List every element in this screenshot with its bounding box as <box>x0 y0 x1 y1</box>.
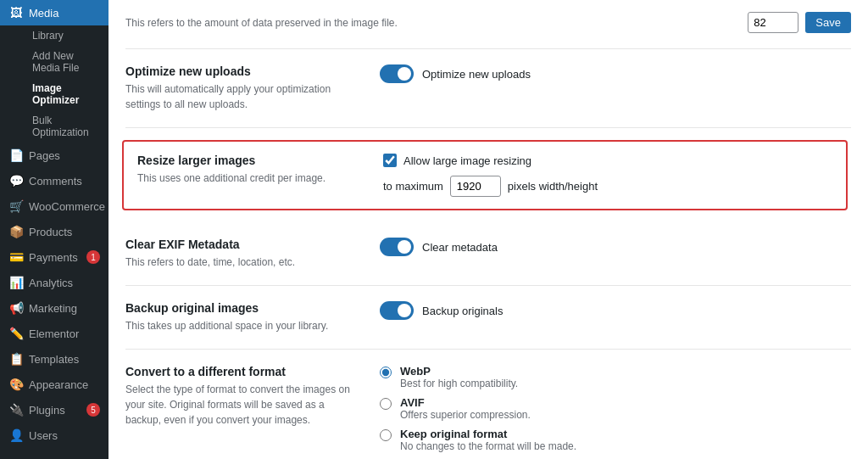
original-radio[interactable] <box>380 429 392 441</box>
sidebar-item-label: Templates <box>29 353 79 366</box>
sidebar-item-users[interactable]: 👤 Users <box>0 423 108 448</box>
top-section: This refers to the amount of data preser… <box>125 0 851 49</box>
exif-section: Clear EXIF Metadata This refers to date,… <box>125 222 851 286</box>
sidebar-item-library[interactable]: Library <box>24 25 108 46</box>
webp-radio[interactable] <box>380 367 392 378</box>
add-new-label: Add New Media File <box>32 50 100 74</box>
webp-option: WebP Best for high compatibility. <box>380 365 576 389</box>
backup-title: Backup original images <box>125 301 363 315</box>
sidebar-item-label: Appearance <box>29 378 88 391</box>
backup-right: Backup originals <box>380 301 851 320</box>
sidebar-item-analytics[interactable]: 📊 Analytics <box>0 270 108 295</box>
original-title: Keep original format <box>400 428 576 440</box>
optimize-toggle[interactable] <box>380 64 414 83</box>
format-section: Convert to a different format Select the… <box>125 350 851 459</box>
appearance-icon: 🎨 <box>8 378 24 391</box>
users-icon: 👤 <box>8 428 24 442</box>
bulk-optimization-label: Bulk Optimization <box>32 115 100 138</box>
payments-icon: 💳 <box>8 250 24 264</box>
analytics-icon: 📊 <box>8 276 24 289</box>
backup-section: Backup original images This takes up add… <box>125 286 851 350</box>
elementor-icon: ✏️ <box>8 327 24 340</box>
sidebar-item-bulk-optimization[interactable]: Bulk Optimization <box>24 110 108 143</box>
sidebar-item-label: Marketing <box>29 302 77 315</box>
format-radio-group: WebP Best for high compatibility. AVIF O… <box>380 365 576 452</box>
format-desc: Select the type of format to convert the… <box>125 382 363 428</box>
products-icon: 📦 <box>8 225 24 238</box>
marketing-icon: 📢 <box>8 301 24 315</box>
exif-desc: This refers to date, time, location, etc… <box>125 255 363 270</box>
format-title: Convert to a different format <box>125 365 363 378</box>
main-content: This refers to the amount of data preser… <box>108 0 868 459</box>
sidebar-item-woocommerce[interactable]: 🛒 WooCommerce <box>0 193 108 219</box>
original-sub: No changes to the format will be made. <box>400 440 576 452</box>
optimize-title: Optimize new uploads <box>125 64 363 78</box>
optimize-toggle-slider <box>380 64 414 83</box>
woocommerce-icon: 🛒 <box>8 199 24 213</box>
webp-title: WebP <box>400 365 518 378</box>
plugins-badge: 5 <box>86 403 100 417</box>
pixel-prefix: to maximum <box>383 180 443 193</box>
optimize-right: Optimize new uploads <box>380 64 851 83</box>
sidebar-item-label: Analytics <box>29 277 73 289</box>
backup-toggle-slider <box>380 301 414 320</box>
sidebar-item-elementor[interactable]: ✏️ Elementor <box>0 321 108 346</box>
sidebar-item-image-optimizer[interactable]: Image Optimizer <box>24 78 108 110</box>
optimize-uploads-section: Optimize new uploads This will automatic… <box>125 49 851 128</box>
resize-checkbox-label: Allow large image resizing <box>403 154 531 167</box>
sidebar: 🖼 Media Library Add New Media File Image… <box>0 0 108 459</box>
sidebar-item-products[interactable]: 📦 Products <box>0 219 108 244</box>
sidebar-item-label: Products <box>29 226 72 238</box>
sidebar-item-label: Plugins <box>29 404 65 417</box>
save-button[interactable]: Save <box>805 12 851 33</box>
comments-icon: 💬 <box>8 174 24 188</box>
plugins-icon: 🔌 <box>8 403 24 417</box>
exif-toggle[interactable] <box>380 238 414 256</box>
media-icon: 🖼 <box>8 6 24 20</box>
exif-title: Clear EXIF Metadata <box>125 238 363 251</box>
exif-toggle-slider <box>380 238 414 256</box>
sidebar-item-label: Users <box>29 429 58 442</box>
optimize-toggle-label: Optimize new uploads <box>422 68 531 81</box>
sidebar-item-media[interactable]: 🖼 Media <box>0 0 108 25</box>
sidebar-item-label: Comments <box>29 175 82 188</box>
sidebar-item-templates[interactable]: 📋 Templates <box>0 346 108 372</box>
resize-section-wrapper: Resize larger images This uses one addit… <box>125 128 851 222</box>
payments-badge: 1 <box>86 250 100 264</box>
backup-desc: This takes up additional space in your l… <box>125 318 363 333</box>
avif-title: AVIF <box>400 396 531 409</box>
exif-toggle-label: Clear metadata <box>422 241 498 254</box>
backup-left: Backup original images This takes up add… <box>125 301 363 333</box>
exif-left: Clear EXIF Metadata This refers to date,… <box>125 238 363 270</box>
format-left: Convert to a different format Select the… <box>125 365 363 428</box>
pixel-input[interactable] <box>450 176 501 197</box>
sidebar-item-add-new[interactable]: Add New Media File <box>24 46 108 78</box>
top-controls: Save <box>748 12 851 33</box>
library-label: Library <box>32 30 64 42</box>
avif-text: AVIF Offers superior compression. <box>400 396 531 421</box>
avif-radio[interactable] <box>380 398 392 410</box>
resize-box-inner: Resize larger images This uses one addit… <box>137 154 832 197</box>
sidebar-item-label: Elementor <box>29 327 79 340</box>
resize-left: Resize larger images This uses one addit… <box>137 154 366 186</box>
quality-input[interactable] <box>748 12 798 33</box>
sidebar-item-pages[interactable]: 📄 Pages <box>0 143 108 168</box>
sidebar-item-appearance[interactable]: 🎨 Appearance <box>0 372 108 397</box>
avif-sub: Offers superior compression. <box>400 409 531 421</box>
original-text: Keep original format No changes to the f… <box>400 428 576 452</box>
sidebar-item-label: Payments <box>29 251 78 264</box>
resize-box: Resize larger images This uses one addit… <box>122 140 848 210</box>
sidebar-item-comments[interactable]: 💬 Comments <box>0 168 108 193</box>
sidebar-item-plugins[interactable]: 🔌 Plugins 5 <box>0 397 108 423</box>
sidebar-item-label: WooCommerce <box>29 200 105 213</box>
sidebar-item-marketing[interactable]: 📢 Marketing <box>0 295 108 321</box>
backup-toggle[interactable] <box>380 301 414 320</box>
pixel-suffix: pixels width/height <box>508 180 598 193</box>
sidebar-item-label: Pages <box>29 149 60 162</box>
sidebar-item-payments[interactable]: 💳 Payments 1 <box>0 244 108 270</box>
backup-toggle-label: Backup originals <box>422 305 503 317</box>
webp-sub: Best for high compatibility. <box>400 378 518 389</box>
resize-checkbox[interactable] <box>383 154 397 167</box>
optimize-left: Optimize new uploads This will automatic… <box>125 64 363 112</box>
resize-title: Resize larger images <box>137 154 366 167</box>
